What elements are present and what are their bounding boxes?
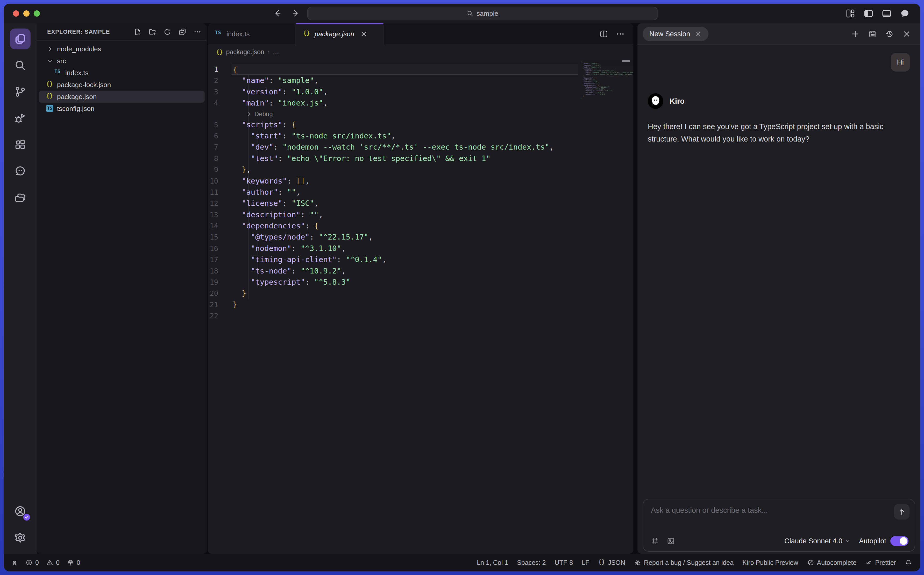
code-line-9[interactable]: 9 }, (208, 164, 633, 175)
chat-filled-icon[interactable] (900, 8, 910, 19)
activity-item-run-and-debug[interactable] (10, 108, 30, 129)
editor-tab-package-json[interactable]: {}package.json (296, 23, 384, 45)
code-line-20[interactable]: 20 } (208, 288, 633, 299)
status-kiro-public-preview[interactable]: Kiro Public Preview (742, 559, 798, 567)
close-session-icon[interactable] (695, 30, 702, 37)
layout-grid-icon[interactable] (845, 8, 856, 19)
code-line-11[interactable]: 11 "author": "", (208, 187, 633, 198)
tree-item-src[interactable]: src (39, 55, 205, 67)
line-content: "main": "index.js", (231, 97, 633, 109)
code-editor[interactable]: 1{2 "name": "sample",3 "version": "1.0.0… (208, 59, 633, 554)
magnifier-icon (14, 59, 27, 71)
chat-session-tab[interactable]: New Session (643, 27, 708, 41)
status-remote-indicator[interactable] (11, 559, 18, 566)
kiro-chat-panel: New Session Hi Kiro Hey there! I can see… (637, 23, 920, 554)
back-arrow-icon[interactable] (272, 8, 282, 18)
model-selector[interactable]: Claude Sonnet 4.0 (785, 537, 851, 545)
activity-item-source-control[interactable] (10, 81, 30, 102)
split-editor-icon[interactable] (599, 29, 609, 39)
status-warnings[interactable]: 0 (46, 559, 60, 567)
send-button[interactable] (894, 504, 910, 519)
line-number: 17 (208, 254, 231, 265)
status-errors[interactable]: 0 (25, 559, 39, 567)
code-line-6[interactable]: 6 "start": "ts-node src/index.ts", (208, 130, 633, 141)
line-content: "name": "sample", (231, 75, 633, 86)
activity-item-extensions[interactable] (10, 134, 30, 155)
context-hash-button[interactable] (650, 537, 659, 545)
codelens-debug[interactable]: Debug (208, 109, 633, 119)
code-line-22[interactable]: 22 (208, 310, 633, 321)
code-line-13[interactable]: 13 "description": "", (208, 209, 633, 220)
chat-plus-icon[interactable] (851, 30, 860, 38)
more-icon[interactable] (616, 29, 625, 39)
status-encoding[interactable]: UTF-8 (555, 559, 573, 567)
code-line-14[interactable]: 14 "dependencies": { (208, 220, 633, 232)
code-line-16[interactable]: 16 "nodemon": "^3.1.10", (208, 243, 633, 254)
collapse-all-icon[interactable] (178, 28, 187, 36)
command-center-search[interactable]: sample (307, 7, 658, 20)
status-autocomplete[interactable]: Autocomplete (807, 559, 857, 567)
activity-item-search[interactable] (10, 55, 30, 76)
code-line-18[interactable]: 18 "ts-node": "^10.9.2", (208, 265, 633, 276)
tree-item-package-json[interactable]: {}package.json (39, 91, 205, 103)
new-folder-icon[interactable] (148, 28, 157, 36)
code-line-7[interactable]: 7 "dev": "nodemon --watch 'src/**/*.ts' … (208, 141, 633, 153)
status-end-of-line[interactable]: LF (582, 559, 589, 567)
code-line-5[interactable]: 5 "scripts": { (208, 119, 633, 130)
refresh-icon[interactable] (163, 28, 171, 36)
code-line-17[interactable]: 17 "timing-api-client": "^0.1.4", (208, 254, 633, 265)
panel-bottom-icon[interactable] (881, 8, 892, 19)
code-line-3[interactable]: 3 "version": "1.0.0", (208, 86, 633, 97)
activity-item-kiro-home[interactable] (10, 29, 30, 49)
attach-image-button[interactable] (666, 537, 675, 545)
tree-item-label: node_modules (57, 45, 101, 53)
minimize-window-button[interactable] (23, 10, 30, 17)
line-number: 2 (208, 75, 231, 86)
activity-item-settings[interactable] (10, 527, 30, 548)
chat-history-icon[interactable] (885, 30, 894, 38)
scrollbar-thumb[interactable] (622, 60, 630, 62)
autopilot-toggle[interactable] (890, 536, 908, 546)
tree-item-package-lock-json[interactable]: {}package-lock.json (39, 79, 205, 91)
chat-close-icon[interactable] (902, 30, 911, 38)
tab-close-icon[interactable] (360, 30, 368, 38)
code-line-10[interactable]: 10 "keywords": [], (208, 176, 633, 187)
code-line-8[interactable]: 8 "test": "echo \"Error: no test specifi… (208, 153, 633, 164)
status-forwarded-ports[interactable]: 0 (67, 559, 80, 567)
chat-input[interactable]: Ask a question or describe a task... Cla… (643, 499, 915, 552)
status-cursor-position[interactable]: Ln 1, Col 1 (477, 559, 508, 567)
code-line-4[interactable]: 4 "main": "index.js", (208, 97, 633, 109)
status-language-mode[interactable]: {}JSON (598, 559, 625, 567)
activity-item-account[interactable] (10, 501, 30, 522)
line-number: 10 (208, 176, 231, 187)
tree-item-index-ts[interactable]: TSindex.ts (39, 67, 205, 79)
status-notifications[interactable] (905, 559, 912, 566)
close-window-button[interactable] (13, 10, 19, 17)
code-line-12[interactable]: 12 "license": "ISC", (208, 198, 633, 209)
status-report-bug[interactable]: Report a bug / Suggest an idea (634, 559, 734, 567)
tree-item-label: package-lock.json (57, 81, 111, 89)
more-icon[interactable] (193, 28, 201, 36)
editor-tab-index-ts[interactable]: TSindex.ts (208, 23, 296, 44)
explorer-sidebar: EXPLORER: SAMPLE node_modulessrcTSindex.… (37, 23, 207, 554)
status-indentation[interactable]: Spaces: 2 (517, 559, 546, 567)
code-line-1[interactable]: 1{ (208, 64, 633, 75)
panel-left-icon[interactable] (863, 8, 874, 19)
code-line-21[interactable]: 21} (208, 299, 633, 310)
activity-item-file-explorer[interactable] (10, 187, 30, 208)
forward-arrow-icon[interactable] (291, 8, 301, 18)
breadcrumb-file[interactable]: package.json (226, 48, 264, 56)
minimap[interactable]: { "name": "sample", "version": "1.0.0", … (582, 61, 631, 554)
code-line-15[interactable]: 15 "@types/node": "^22.15.17", (208, 232, 633, 243)
chat-tasks-icon[interactable] (868, 30, 877, 38)
line-number: 7 (208, 141, 231, 153)
activity-item-kiro-chat[interactable] (10, 161, 30, 181)
tree-item-node-modules[interactable]: node_modules (39, 43, 205, 55)
new-file-icon[interactable] (133, 28, 141, 36)
code-line-2[interactable]: 2 "name": "sample", (208, 75, 633, 86)
breadcrumb-more[interactable]: … (273, 48, 279, 56)
status-prettier[interactable]: Prettier (865, 559, 896, 567)
code-line-19[interactable]: 19 "typescript": "^5.8.3" (208, 276, 633, 288)
tree-item-tsconfig-json[interactable]: TStsconfig.json (39, 103, 205, 114)
zoom-window-button[interactable] (34, 10, 40, 17)
